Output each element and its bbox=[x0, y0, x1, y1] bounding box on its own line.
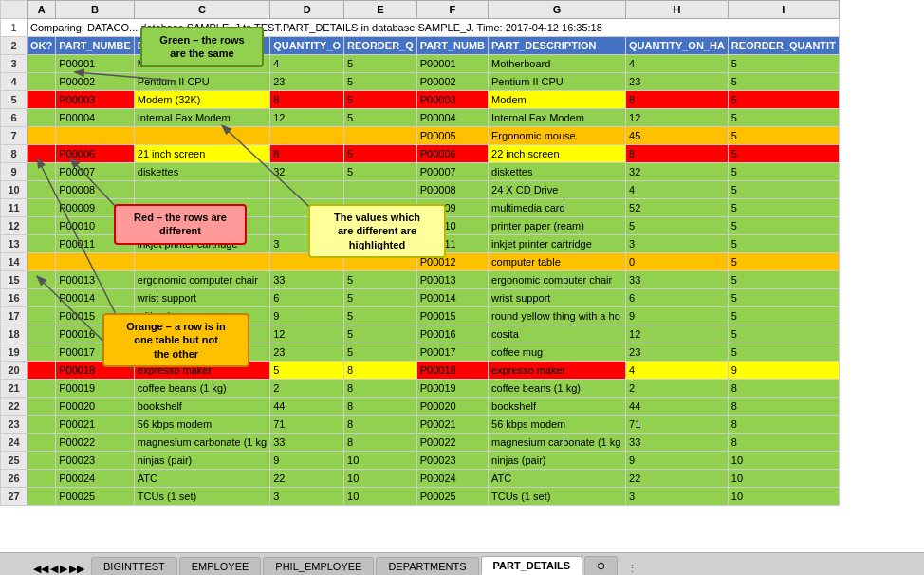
table-row: 15P00013ergonomic computer chair335P0001… bbox=[1, 271, 840, 289]
cell-g: expresso maker bbox=[489, 362, 626, 380]
table-row: 10P00008P0000824 X CD Drive45 bbox=[1, 181, 840, 199]
cell-e: 5 bbox=[344, 91, 417, 109]
cell-h: 33 bbox=[626, 271, 729, 289]
tab-nav-prev[interactable]: ◀ bbox=[50, 563, 58, 575]
cell-g: diskettes bbox=[489, 163, 626, 181]
row-num-cell: 15 bbox=[1, 271, 28, 289]
cell-c bbox=[134, 181, 269, 199]
row-num-cell: 16 bbox=[1, 289, 28, 307]
cell-h: 8 bbox=[626, 145, 729, 163]
cell-i: 8 bbox=[728, 380, 839, 398]
row-num-cell: 23 bbox=[1, 416, 28, 434]
cell-f: P00019 bbox=[416, 380, 488, 398]
grid-scroll[interactable]: A B C D E F G H I 1 Comparing: DATACO...… bbox=[0, 0, 924, 552]
cell-e: 5 bbox=[344, 73, 417, 91]
cell-f: P00009 bbox=[416, 199, 488, 217]
table-row: 3P00001Motherboard45P00001Motherboard45 bbox=[1, 55, 840, 73]
cell-g: TCUs (1 set) bbox=[489, 488, 626, 506]
cell-e bbox=[344, 181, 417, 199]
tab-phil-employee[interactable]: PHIL_EMPLOYEE bbox=[263, 557, 374, 575]
tab-add[interactable]: ⊕ bbox=[584, 556, 618, 575]
header-part-num: PART_NUMBE bbox=[56, 37, 135, 55]
cell-i: 5 bbox=[728, 181, 839, 199]
cell-h: 8 bbox=[626, 91, 729, 109]
cell-b: P00010 bbox=[56, 217, 135, 235]
cell-e: 5 bbox=[344, 55, 417, 73]
row-num-cell: 17 bbox=[1, 307, 28, 325]
cell-e: 10 bbox=[344, 488, 417, 506]
cell-g: coffee beans (1 kg) bbox=[489, 380, 626, 398]
cell-e: 5 bbox=[344, 109, 417, 127]
cell-d: 23 bbox=[270, 343, 344, 362]
cell-e: 8 bbox=[344, 362, 417, 380]
tab-departments[interactable]: DEPARTMENTS bbox=[376, 557, 478, 575]
cell-f: P00001 bbox=[416, 55, 488, 73]
col-e-header: E bbox=[344, 1, 417, 19]
cell-b: P00011 bbox=[56, 235, 135, 253]
cell-b: P00013 bbox=[56, 271, 135, 289]
tab-nav[interactable]: ◀◀ ◀ ▶ ▶▶ bbox=[28, 563, 89, 575]
tab-nav-last[interactable]: ▶▶ bbox=[69, 563, 84, 575]
cell-b: P00008 bbox=[56, 181, 135, 199]
cell-d: 9 bbox=[270, 452, 344, 470]
grid-area: A B C D E F G H I 1 Comparing: DATACO...… bbox=[0, 0, 924, 552]
cell-a bbox=[28, 343, 56, 362]
cell-g: ATC bbox=[489, 470, 626, 488]
cell-d: 44 bbox=[270, 398, 344, 416]
cell-d: 32 bbox=[270, 163, 344, 181]
cell-g: cosita bbox=[489, 325, 626, 343]
cell-d bbox=[270, 127, 344, 145]
cell-d: 2 bbox=[270, 380, 344, 398]
cell-a bbox=[28, 235, 56, 253]
cell-h: 4 bbox=[626, 181, 729, 199]
cell-h: 4 bbox=[626, 362, 729, 380]
cell-b: P00020 bbox=[56, 398, 135, 416]
tab-biginttest[interactable]: BIGINTTEST bbox=[91, 557, 177, 575]
cell-e: 5 bbox=[344, 235, 417, 253]
cell-b: P00006 bbox=[56, 145, 135, 163]
col-i-header: I bbox=[728, 1, 839, 19]
cell-i: 5 bbox=[728, 343, 839, 362]
cell-b: P00009 bbox=[56, 199, 135, 217]
row-num-cell: 19 bbox=[1, 343, 28, 362]
cell-a bbox=[28, 488, 56, 506]
cell-f: P00016 bbox=[416, 325, 488, 343]
cell-c: Internal Fax Modem bbox=[134, 109, 269, 127]
cell-d: 9 bbox=[270, 307, 344, 325]
col-a-header: A bbox=[28, 1, 56, 19]
corner-cell bbox=[1, 1, 28, 19]
cell-f: P00006 bbox=[416, 145, 488, 163]
cell-a bbox=[28, 325, 56, 343]
table-row: 11P00009P00009multimedia card525 bbox=[1, 199, 840, 217]
table-row: 19P00017235P00017coffee mug235 bbox=[1, 343, 840, 362]
tab-employee[interactable]: EMPLOYEE bbox=[179, 557, 262, 575]
cell-a bbox=[28, 217, 56, 235]
cell-i: 5 bbox=[728, 289, 839, 307]
tab-nav-first[interactable]: ◀◀ bbox=[33, 563, 48, 575]
table-row: 20P00018expresso maker58P00018expresso m… bbox=[1, 362, 840, 380]
row-num-cell: 21 bbox=[1, 380, 28, 398]
cell-a bbox=[28, 416, 56, 434]
row-num-cell: 7 bbox=[1, 127, 28, 145]
cell-f: P00007 bbox=[416, 163, 488, 181]
col-d-header: D bbox=[270, 1, 344, 19]
scrollbar-hint: ⋮ bbox=[619, 563, 645, 575]
cell-h: 9 bbox=[626, 452, 729, 470]
row-2-num: 2 bbox=[1, 37, 28, 55]
tab-part-details[interactable]: PART_DETAILS bbox=[481, 556, 583, 575]
cell-e: 5 bbox=[344, 307, 417, 325]
cell-a bbox=[28, 181, 56, 199]
row-num-cell: 13 bbox=[1, 235, 28, 253]
cell-i: 10 bbox=[728, 488, 839, 506]
tab-nav-next[interactable]: ▶ bbox=[60, 563, 67, 575]
cell-h: 12 bbox=[626, 109, 729, 127]
cell-b: P00023 bbox=[56, 452, 135, 470]
cell-a bbox=[28, 145, 56, 163]
table-row: 25P00023ninjas (pair)910P00023ninjas (pa… bbox=[1, 452, 840, 470]
cell-d: 22 bbox=[270, 470, 344, 488]
cell-i: 10 bbox=[728, 452, 839, 470]
cell-b: P00017 bbox=[56, 343, 135, 362]
cell-h: 6 bbox=[626, 289, 729, 307]
cell-a bbox=[28, 253, 56, 271]
table-row: 9P00007diskettes325P00007diskettes325 bbox=[1, 163, 840, 181]
